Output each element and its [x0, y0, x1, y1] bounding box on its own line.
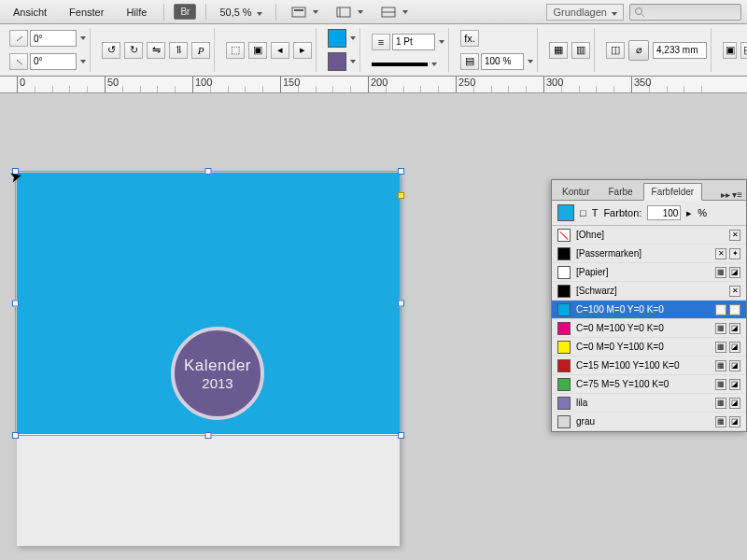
swatch-row[interactable]: [Schwarz]✕	[552, 282, 746, 301]
stroke-weight-field[interactable]	[392, 34, 435, 50]
resize-handle[interactable]	[12, 432, 19, 439]
colormode-icon: ▦	[715, 379, 726, 390]
swatch-list[interactable]: [Ohne]✕[Passermarken]✕✦[Papier]▦◪[Schwar…	[552, 226, 746, 431]
resize-handle[interactable]	[205, 432, 212, 439]
process-icon: ◪	[729, 379, 740, 390]
process-icon: ◪	[729, 398, 740, 409]
badge-title: Kalender	[184, 357, 251, 375]
process-icon: ◪	[729, 360, 740, 371]
stroke-swatch[interactable]	[328, 52, 346, 71]
resize-handle[interactable]	[398, 432, 404, 439]
rotate-ccw-icon[interactable]: ↺	[102, 42, 120, 59]
text-wrap-icon[interactable]: ▦	[549, 42, 568, 59]
panel-menu-icon[interactable]: ▾≡	[732, 189, 742, 200]
swatch-name: [Ohne]	[576, 230, 724, 240]
chevron-down-icon	[313, 10, 318, 14]
swatches-panel[interactable]: Kontur Farbe Farbfelder ▸▸ ▾≡ □ T Farbto…	[551, 179, 747, 432]
shear-y-icon: ⟍	[9, 53, 28, 70]
search-icon	[634, 7, 645, 18]
tab-swatches[interactable]: Farbfelder	[643, 183, 703, 201]
svg-point-6	[636, 7, 642, 14]
fill-stroke-indicator[interactable]	[557, 204, 574, 221]
registration-icon: ✦	[729, 248, 740, 259]
swatch-name: C=100 M=0 Y=0 K=0	[576, 304, 710, 315]
object-swatch-icon[interactable]: □	[580, 207, 586, 218]
flip-v-icon[interactable]: ⥮	[169, 42, 188, 59]
opacity-field[interactable]	[481, 53, 524, 70]
search-input[interactable]	[629, 4, 741, 21]
swatch-row[interactable]: C=75 M=5 Y=100 K=0▦◪	[552, 375, 746, 394]
tab-color[interactable]: Farbe	[599, 183, 641, 200]
swatch-row[interactable]: [Papier]▦◪	[552, 263, 746, 282]
resize-handle[interactable]	[12, 301, 19, 307]
resize-handle[interactable]	[205, 168, 212, 175]
fill-swatch[interactable]	[328, 29, 346, 48]
view-mode-dropdown-3[interactable]	[375, 1, 413, 23]
locked-icon: ✕	[715, 248, 726, 259]
swatch-row[interactable]: grau▦◪	[552, 413, 746, 431]
menu-help[interactable]: Hilfe	[119, 4, 154, 21]
menu-view[interactable]: Ansicht	[6, 4, 54, 21]
menu-window[interactable]: Fenster	[62, 4, 111, 21]
view-mode-dropdown-1[interactable]	[286, 1, 323, 23]
swatch-row[interactable]: lila▦◪	[552, 394, 746, 413]
text-swatch-icon[interactable]: T	[592, 207, 599, 218]
artboard[interactable]: Kalender 2013	[17, 173, 400, 546]
type-on-path-icon[interactable]: P	[191, 42, 210, 59]
swatch-row[interactable]: [Ohne]✕	[552, 226, 746, 245]
flip-h-icon[interactable]: ⇋	[147, 42, 165, 59]
circle-badge[interactable]: Kalender 2013	[171, 327, 264, 420]
svg-line-7	[641, 14, 644, 17]
svg-rect-2	[337, 7, 350, 17]
ruler-tick: 50	[105, 77, 119, 93]
colormode-icon: ▦	[715, 342, 726, 353]
swatch-row[interactable]: C=100 M=0 Y=0 K=0▦◪	[552, 301, 746, 319]
horizontal-ruler[interactable]: 050100150200250300350	[0, 77, 747, 93]
panel-collapse-icon[interactable]: ▸▸	[721, 189, 730, 200]
select-container-icon[interactable]: ⬚	[226, 42, 245, 59]
zoom-level[interactable]: 50,5 %	[216, 5, 265, 20]
select-next-icon[interactable]: ▸	[293, 42, 312, 59]
shear-y-field[interactable]	[30, 53, 77, 70]
swatch-name: C=75 M=5 Y=100 K=0	[576, 379, 710, 389]
tint-suffix: %	[698, 207, 707, 218]
colormode-icon: ▦	[715, 416, 726, 427]
swatch-row[interactable]: C=15 M=100 Y=100 K=0▦◪	[552, 357, 746, 375]
live-corner-handle[interactable]	[398, 192, 404, 199]
shear-x-field[interactable]	[30, 30, 77, 47]
chain-icon[interactable]: ⌀	[628, 40, 649, 61]
tint-field[interactable]	[647, 205, 681, 220]
corner-options-icon[interactable]: ◫	[606, 42, 625, 59]
swatch-name: lila	[576, 398, 710, 408]
workspace-switcher[interactable]: Grundlagen	[546, 4, 624, 21]
cursor-icon: ➤	[7, 167, 23, 188]
rectangle-frame[interactable]: Kalender 2013	[17, 173, 400, 434]
fit-content-icon[interactable]: ▣	[723, 42, 737, 59]
colormode-icon: ▦	[715, 360, 726, 371]
fx-icon[interactable]: fx.	[460, 30, 479, 47]
ruler-tick: 0	[17, 77, 25, 93]
select-content-icon[interactable]: ▣	[248, 42, 267, 59]
chevron-down-icon	[612, 12, 617, 16]
process-icon: ◪	[729, 267, 740, 278]
swatch-row[interactable]: C=0 M=0 Y=100 K=0▦◪	[552, 338, 746, 357]
resize-handle[interactable]	[398, 168, 404, 175]
view-mode-dropdown-2[interactable]	[331, 1, 368, 23]
select-prev-icon[interactable]: ◂	[271, 42, 289, 59]
text-wrap-2-icon[interactable]: ▥	[571, 42, 590, 59]
rotate-cw-icon[interactable]: ↻	[124, 42, 143, 59]
resize-handle[interactable]	[398, 301, 404, 307]
fit-frame-icon[interactable]: ◰	[740, 42, 747, 59]
corner-radius-field[interactable]	[653, 42, 707, 59]
tab-stroke[interactable]: Kontur	[554, 183, 598, 200]
swatch-color	[557, 322, 571, 335]
swatch-name: [Papier]	[576, 267, 710, 277]
swatch-row[interactable]: [Passermarken]✕✦	[552, 245, 746, 263]
swatch-color	[557, 359, 571, 372]
process-icon: ◪	[729, 342, 740, 353]
bridge-button[interactable]: Br	[174, 4, 196, 20]
swatch-color	[557, 341, 571, 354]
menu-bar: Ansicht Fenster Hilfe Br 50,5 % Grundlag…	[0, 0, 747, 24]
swatch-row[interactable]: C=0 M=100 Y=0 K=0▦◪	[552, 319, 746, 338]
stroke-style-preview[interactable]	[372, 63, 428, 66]
